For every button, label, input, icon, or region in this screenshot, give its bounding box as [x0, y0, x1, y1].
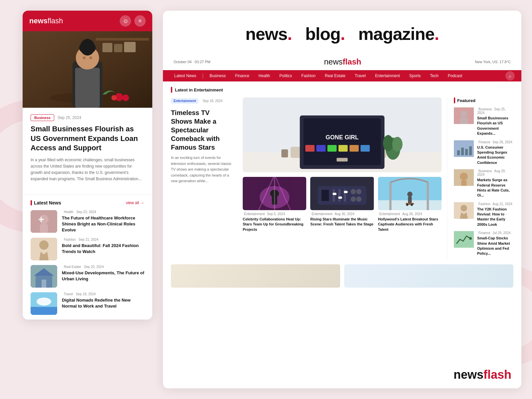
- svg-point-76: [406, 203, 408, 206]
- svg-rect-64: [344, 191, 348, 193]
- svg-rect-43: [336, 158, 347, 162]
- svg-rect-74: [408, 197, 412, 203]
- featured-item-title: U.S. Consumer Spending Surges Amid Econo…: [477, 145, 513, 166]
- svg-rect-58: [322, 190, 329, 201]
- hero-content: Business Sep 25, 2024 Small Businesses F…: [23, 108, 152, 189]
- search-button[interactable]: ⊙: [120, 15, 131, 27]
- hero-image: [23, 31, 152, 108]
- dot-1: .: [287, 24, 292, 44]
- nav-item-travel[interactable]: Travel: [350, 70, 370, 81]
- featured-item-meta: Business Aug 29, 2024: [477, 169, 513, 177]
- featured-label: Featured: [457, 98, 475, 103]
- nav-item-sports[interactable]: Sports: [405, 70, 426, 81]
- ent-hero-image: GONE GIRL: [243, 97, 442, 172]
- svg-point-87: [460, 173, 468, 181]
- featured-item-content: Fashion Aug 21, 2024 The Y2K Fashion Rev…: [477, 202, 513, 227]
- featured-item-2[interactable]: Finance Sep 26, 2024 U.S. Consumer Spend…: [454, 140, 513, 166]
- featured-thumb-finance: [454, 140, 474, 157]
- entertainment-section: Latest in Entertainment: [163, 81, 521, 93]
- svg-rect-88: [461, 181, 466, 186]
- svg-rect-48: [281, 149, 288, 157]
- featured-item-1[interactable]: Business Sep 25, 2024 Small Businesses F…: [454, 107, 513, 136]
- featured-item-meta: Finance Sep 26, 2024: [477, 140, 513, 144]
- nav-item-business[interactable]: Business: [205, 70, 230, 81]
- ent-grid-item-1[interactable]: Entertainment Sep 5, 2024 Celebrity Coll…: [243, 177, 306, 232]
- mobile-preview-card: newsflash ⊙ ≡: [23, 11, 152, 320]
- nav-item-politics[interactable]: Politics: [275, 70, 297, 81]
- featured-item-5[interactable]: Finance Jul 29, 2024 Small-Cap Stocks Sh…: [454, 231, 513, 256]
- list-item[interactable]: Travel Sep 19, 2024 Digital Nomads Redef…: [31, 292, 144, 315]
- svg-rect-60: [333, 193, 336, 195]
- svg-point-46: [383, 135, 393, 151]
- featured-item-title: Markets Surge as Federal Reserve Hints a…: [477, 178, 513, 198]
- news-item-content: Fashion Sep 21, 2024 Bold and Beautiful:…: [62, 238, 144, 255]
- list-item[interactable]: Health Sep 23, 2024 The Future of Health…: [31, 210, 144, 233]
- nav-item-finance[interactable]: Finance: [230, 70, 254, 81]
- news-item-thumb-health: [31, 210, 57, 233]
- nav-search-button[interactable]: ⌕: [505, 71, 515, 80]
- svg-rect-38: [316, 145, 326, 152]
- list-item[interactable]: Fashion Sep 21, 2024 Bold and Beautiful:…: [31, 238, 144, 260]
- nav-item-entertainment[interactable]: Entertainment: [370, 70, 405, 81]
- featured-item-4[interactable]: Fashion Aug 21, 2024 The Y2K Fashion Rev…: [454, 202, 513, 227]
- ent-grid-item-3[interactable]: Entertainment Aug 28, 2024 Hollywood's L…: [378, 177, 442, 232]
- svg-rect-8: [75, 68, 100, 108]
- svg-rect-2: [96, 38, 149, 41]
- featured-item-content: Business Sep 25, 2024 Small Businesses F…: [477, 107, 513, 136]
- red-indicator: [171, 87, 172, 93]
- ent-grid-thumb-concert: [243, 177, 306, 210]
- grid-item-meta: Entertainment Sep 5, 2024: [243, 212, 306, 216]
- svg-point-12: [83, 57, 85, 59]
- search-icon: ⌕: [509, 73, 511, 78]
- ent-tag: Entertainment: [171, 98, 199, 104]
- svg-rect-80: [460, 117, 468, 124]
- section-label: Latest in Entertainment: [175, 87, 223, 92]
- ent-article-excerpt: In an exciting turn of events for televi…: [171, 155, 232, 184]
- menu-button[interactable]: ≡: [134, 15, 146, 27]
- hero-date: Sep 25, 2024: [58, 115, 81, 120]
- bottom-logo: newsflash: [454, 368, 511, 382]
- list-item[interactable]: Real Estate Sep 20, 2024 Mixed-Use Devel…: [31, 265, 144, 288]
- ent-grid-thumb-outdoor: [378, 177, 442, 210]
- featured-item-meta: Fashion Aug 21, 2024: [477, 202, 513, 206]
- svg-rect-37: [305, 145, 315, 152]
- nav-item-podcast[interactable]: Podcast: [443, 70, 467, 81]
- featured-title: Featured: [454, 97, 513, 103]
- ent-grid-thumb-music: [310, 177, 374, 210]
- dot-3: .: [434, 24, 439, 44]
- news-item-category: Health Sep 23, 2024: [62, 210, 144, 214]
- nav-divider: |: [201, 73, 205, 79]
- svg-text:GONE GIRL: GONE GIRL: [326, 134, 359, 141]
- nav-item-fashion[interactable]: Fashion: [297, 70, 320, 81]
- svg-point-11: [79, 42, 96, 54]
- nav-item-health[interactable]: Health: [254, 70, 275, 81]
- nav-item-realestate[interactable]: Real Estate: [320, 70, 350, 81]
- svg-rect-72: [427, 182, 429, 210]
- ent-grid-item-2[interactable]: Entertainment Aug 30, 2024 Rising Stars …: [310, 177, 374, 232]
- svg-rect-27: [42, 280, 46, 288]
- grid-item-title: Rising Stars Illuminate the Music Scene:…: [310, 217, 374, 227]
- tagline-text: news. blog. magazine.: [163, 24, 521, 44]
- grid-item-meta: Entertainment Aug 30, 2024: [310, 212, 374, 216]
- featured-item-3[interactable]: Business Aug 29, 2024 Markets Surge as F…: [454, 169, 513, 198]
- entertainment-main-wrapper: Entertainment Sep 18, 2024 Timeless TV S…: [163, 97, 521, 260]
- nav-item-latest-news[interactable]: Latest News: [170, 70, 201, 81]
- view-all-link[interactable]: view all →: [126, 200, 144, 205]
- featured-item-content: Finance Sep 26, 2024 U.S. Consumer Spend…: [477, 140, 513, 166]
- news-item-category: Fashion Sep 21, 2024: [62, 238, 144, 241]
- svg-rect-40: [338, 145, 348, 152]
- featured-item-title: Small Businesses Flourish as US Governme…: [477, 116, 513, 136]
- svg-rect-71: [389, 182, 391, 210]
- featured-thumb-fashion: [454, 202, 474, 219]
- news-item-title: Bold and Beautiful: Fall 2024 Fashion Tr…: [62, 243, 144, 255]
- svg-rect-83: [461, 148, 464, 155]
- tagline-magazine: magazine: [358, 24, 434, 44]
- featured-item-meta: Finance Jul 29, 2024: [477, 231, 513, 235]
- svg-point-30: [37, 298, 51, 306]
- site-header: October 04 · 03:27 PM newsflash New York…: [163, 54, 521, 70]
- svg-point-90: [461, 205, 467, 211]
- svg-point-79: [461, 111, 467, 117]
- svg-rect-42: [360, 145, 370, 152]
- latest-news-title: Latest News: [31, 200, 61, 205]
- nav-item-tech[interactable]: Tech: [425, 70, 443, 81]
